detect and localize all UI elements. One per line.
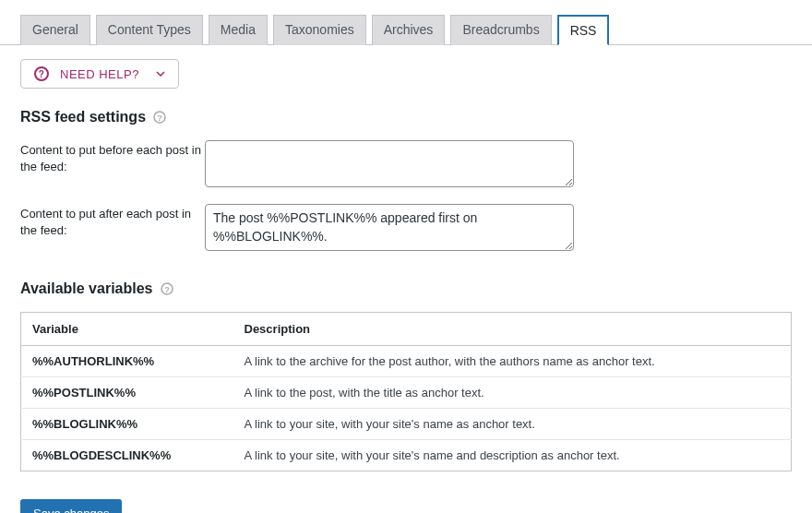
rss-feed-settings-title-text: RSS feed settings (20, 109, 146, 125)
header-variable: Variable (21, 313, 233, 346)
available-variables-section: Available variables ? Variable Descripti… (20, 280, 792, 471)
help-icon[interactable]: ? (161, 282, 173, 295)
variable-cell: %%AUTHORLINK%% (21, 346, 233, 377)
available-variables-title: Available variables ? (20, 280, 792, 297)
variable-cell: %%BLOGDESCLINK%% (21, 440, 233, 471)
tab-breadcrumbs[interactable]: Breadcrumbs (450, 15, 551, 45)
description-cell: A link to the archive for the post autho… (233, 346, 792, 377)
tab-rss[interactable]: RSS (557, 15, 610, 45)
tab-media[interactable]: Media (209, 15, 268, 45)
after-post-textarea[interactable] (205, 204, 574, 251)
svg-text:?: ? (157, 113, 162, 123)
question-circle-icon: ? (34, 66, 49, 81)
tab-archives[interactable]: Archives (372, 15, 446, 45)
after-post-label: Content to put after each post in the fe… (20, 204, 205, 239)
before-post-row: Content to put before each post in the f… (20, 140, 792, 187)
description-cell: A link to the post, with the title as an… (233, 377, 792, 409)
svg-text:?: ? (39, 69, 45, 79)
help-icon[interactable]: ? (153, 111, 166, 124)
variables-table: Variable Description %%AUTHORLINK%% A li… (20, 312, 792, 471)
tab-general[interactable]: General (20, 15, 90, 45)
table-row: %%BLOGLINK%% A link to your site, with y… (21, 409, 792, 440)
table-row: %%AUTHORLINK%% A link to the archive for… (21, 346, 792, 377)
rss-feed-settings-title: RSS feed settings ? (20, 109, 792, 125)
table-row: %%BLOGDESCLINK%% A link to your site, wi… (21, 440, 792, 471)
available-variables-title-text: Available variables (20, 280, 153, 297)
save-changes-button[interactable]: Save changes (20, 499, 122, 513)
header-description: Description (233, 313, 792, 346)
variable-cell: %%POSTLINK%% (21, 377, 233, 409)
table-row: %%POSTLINK%% A link to the post, with th… (21, 377, 792, 409)
description-cell: A link to your site, with your site's na… (233, 440, 792, 471)
svg-text:?: ? (164, 285, 170, 294)
tab-taxonomies[interactable]: Taxonomies (273, 15, 366, 45)
before-post-label: Content to put before each post in the f… (20, 140, 205, 175)
need-help-button[interactable]: ? NEED HELP? (20, 59, 179, 89)
table-header-row: Variable Description (21, 313, 792, 346)
before-post-textarea[interactable] (205, 140, 574, 187)
variable-cell: %%BLOGLINK%% (21, 409, 233, 440)
description-cell: A link to your site, with your site's na… (233, 409, 792, 440)
settings-tabs: General Content Types Media Taxonomies A… (0, 0, 812, 45)
chevron-down-icon (156, 69, 165, 78)
tab-content: ? NEED HELP? RSS feed settings ? Content… (0, 45, 812, 513)
after-post-row: Content to put after each post in the fe… (20, 204, 792, 251)
tab-content-types[interactable]: Content Types (96, 15, 203, 45)
need-help-label: NEED HELP? (60, 67, 139, 81)
